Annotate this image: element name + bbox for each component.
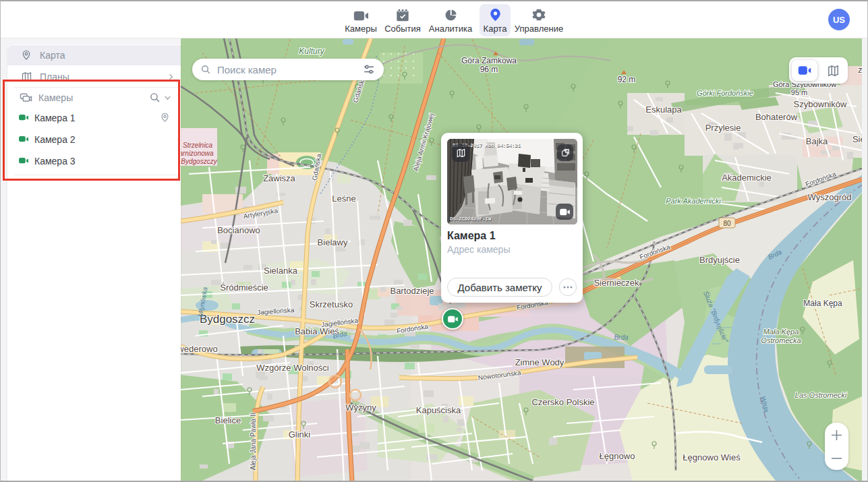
svg-text:Siels: Siels bbox=[852, 134, 862, 144]
svg-text:Łęgnowo Wieś: Łęgnowo Wieś bbox=[683, 452, 741, 462]
svg-text:96 m: 96 m bbox=[480, 65, 498, 74]
svg-text:Górki Fordońskie: Górki Fordońskie bbox=[697, 89, 753, 97]
svg-text:Sielanka: Sielanka bbox=[264, 266, 298, 276]
svg-text:Leśne: Leśne bbox=[332, 193, 355, 204]
svg-text:Bartodzieje: Bartodzieje bbox=[390, 286, 434, 296]
svg-text:Brdyujście: Brdyujście bbox=[699, 255, 740, 265]
svg-text:DS-ZCD2420F-IW: DS-ZCD2420F-IW bbox=[450, 216, 492, 222]
svg-text:Las Ostromecki: Las Ostromecki bbox=[795, 391, 847, 399]
svg-text:Park Akademicki: Park Akademicki bbox=[666, 197, 721, 205]
svg-text:Strzelnica: Strzelnica bbox=[183, 142, 212, 149]
svg-text:95 m: 95 m bbox=[791, 88, 807, 96]
svg-text:Zawisza: Zawisza bbox=[263, 173, 295, 183]
svg-text:Szybowników: Szybowników bbox=[794, 99, 847, 109]
svg-text:Zimne Wody: Zimne Wody bbox=[515, 357, 565, 367]
svg-text:Kapuściska: Kapuściska bbox=[416, 405, 461, 415]
svg-text:Bohaterów: Bohaterów bbox=[755, 112, 798, 122]
svg-text:arnizonowa: arnizonowa bbox=[181, 150, 214, 157]
svg-text:Kultury: Kultury bbox=[299, 47, 324, 56]
svg-text:Śródmieście: Śródmieście bbox=[220, 282, 268, 293]
svg-text:Bydgoszcz: Bydgoszcz bbox=[200, 313, 255, 326]
svg-text:Wyżyny: Wyżyny bbox=[345, 402, 376, 413]
svg-text:Wyszogród: Wyszogród bbox=[808, 192, 852, 202]
svg-text:Akademickie: Akademickie bbox=[722, 173, 772, 183]
svg-text:Czersko Polskie: Czersko Polskie bbox=[531, 397, 594, 407]
svg-text:Bielawy: Bielawy bbox=[318, 237, 348, 247]
svg-text:Brda: Brda bbox=[614, 334, 629, 341]
svg-text:Góra Zamkowa: Góra Zamkowa bbox=[461, 56, 517, 65]
svg-text:Siernieczek: Siernieczek bbox=[594, 278, 639, 288]
svg-text:Bajka: Bajka bbox=[806, 136, 828, 146]
svg-text:wederowo: wederowo bbox=[181, 344, 218, 354]
svg-text:Aleja Jana Pawła II: Aleja Jana Pawła II bbox=[250, 413, 257, 470]
svg-text:Skrzetusko: Skrzetusko bbox=[310, 299, 353, 309]
svg-text:80: 80 bbox=[723, 220, 731, 227]
svg-text:Ostromecka: Ostromecka bbox=[761, 336, 801, 344]
svg-text:92 m: 92 m bbox=[618, 75, 636, 84]
svg-text:Mała Kępa: Mała Kępa bbox=[803, 299, 842, 308]
svg-text:Eskulapa: Eskulapa bbox=[645, 104, 682, 115]
svg-text:Bocianowo: Bocianowo bbox=[217, 225, 260, 235]
svg-text:Bielice: Bielice bbox=[215, 415, 241, 425]
svg-text:Glinki: Glinki bbox=[289, 429, 311, 440]
svg-text:Wzgórze Wolności: Wzgórze Wolności bbox=[256, 363, 329, 373]
svg-text:Mała Kępa: Mała Kępa bbox=[763, 328, 799, 336]
svg-text:Przylesie: Przylesie bbox=[705, 123, 741, 133]
svg-text:Łęgnowo: Łęgnowo bbox=[600, 451, 635, 461]
svg-text:Bydgoszczy: Bydgoszczy bbox=[181, 158, 217, 165]
